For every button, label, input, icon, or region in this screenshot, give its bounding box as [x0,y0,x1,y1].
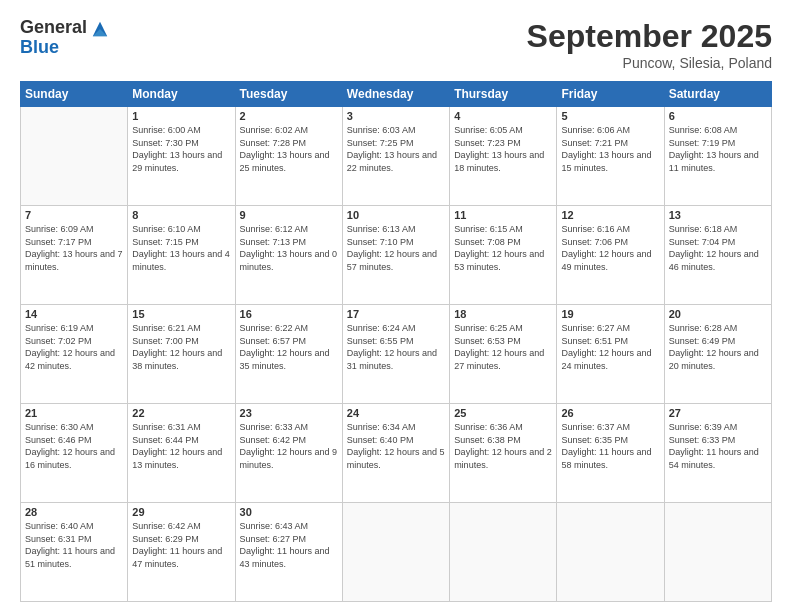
day-number: 10 [347,209,445,221]
calendar-cell [664,503,771,602]
week-row-3: 14Sunrise: 6:19 AMSunset: 7:02 PMDayligh… [21,305,772,404]
calendar-cell: 3Sunrise: 6:03 AMSunset: 7:25 PMDaylight… [342,107,449,206]
day-number: 30 [240,506,338,518]
day-header-monday: Monday [128,82,235,107]
cell-info: Sunrise: 6:42 AMSunset: 6:29 PMDaylight:… [132,520,230,570]
day-number: 28 [25,506,123,518]
cell-info: Sunrise: 6:22 AMSunset: 6:57 PMDaylight:… [240,322,338,372]
calendar-cell: 8Sunrise: 6:10 AMSunset: 7:15 PMDaylight… [128,206,235,305]
calendar-cell: 29Sunrise: 6:42 AMSunset: 6:29 PMDayligh… [128,503,235,602]
day-number: 24 [347,407,445,419]
day-number: 1 [132,110,230,122]
calendar-cell [21,107,128,206]
logo-blue: Blue [20,38,87,58]
calendar-cell: 21Sunrise: 6:30 AMSunset: 6:46 PMDayligh… [21,404,128,503]
calendar-cell: 23Sunrise: 6:33 AMSunset: 6:42 PMDayligh… [235,404,342,503]
day-number: 3 [347,110,445,122]
cell-info: Sunrise: 6:36 AMSunset: 6:38 PMDaylight:… [454,421,552,471]
day-number: 25 [454,407,552,419]
cell-info: Sunrise: 6:33 AMSunset: 6:42 PMDaylight:… [240,421,338,471]
day-header-sunday: Sunday [21,82,128,107]
calendar-cell: 15Sunrise: 6:21 AMSunset: 7:00 PMDayligh… [128,305,235,404]
calendar-cell: 27Sunrise: 6:39 AMSunset: 6:33 PMDayligh… [664,404,771,503]
logo-general: General [20,18,87,38]
cell-info: Sunrise: 6:19 AMSunset: 7:02 PMDaylight:… [25,322,123,372]
cell-info: Sunrise: 6:16 AMSunset: 7:06 PMDaylight:… [561,223,659,273]
cell-info: Sunrise: 6:15 AMSunset: 7:08 PMDaylight:… [454,223,552,273]
day-number: 17 [347,308,445,320]
cell-info: Sunrise: 6:37 AMSunset: 6:35 PMDaylight:… [561,421,659,471]
day-number: 12 [561,209,659,221]
logo: General Blue [20,18,109,58]
page: General Blue September 2025 Puncow, Sile… [0,0,792,612]
day-header-wednesday: Wednesday [342,82,449,107]
day-number: 5 [561,110,659,122]
calendar-cell: 28Sunrise: 6:40 AMSunset: 6:31 PMDayligh… [21,503,128,602]
calendar-cell: 6Sunrise: 6:08 AMSunset: 7:19 PMDaylight… [664,107,771,206]
calendar-cell [557,503,664,602]
day-number: 27 [669,407,767,419]
month-title: September 2025 [527,18,772,55]
calendar-cell: 9Sunrise: 6:12 AMSunset: 7:13 PMDaylight… [235,206,342,305]
day-header-tuesday: Tuesday [235,82,342,107]
day-number: 4 [454,110,552,122]
day-number: 9 [240,209,338,221]
cell-info: Sunrise: 6:12 AMSunset: 7:13 PMDaylight:… [240,223,338,273]
week-row-4: 21Sunrise: 6:30 AMSunset: 6:46 PMDayligh… [21,404,772,503]
day-header-thursday: Thursday [450,82,557,107]
day-number: 8 [132,209,230,221]
logo-icon [91,20,109,38]
day-number: 26 [561,407,659,419]
day-number: 11 [454,209,552,221]
day-number: 18 [454,308,552,320]
calendar-cell: 17Sunrise: 6:24 AMSunset: 6:55 PMDayligh… [342,305,449,404]
cell-info: Sunrise: 6:40 AMSunset: 6:31 PMDaylight:… [25,520,123,570]
week-row-2: 7Sunrise: 6:09 AMSunset: 7:17 PMDaylight… [21,206,772,305]
calendar-cell: 11Sunrise: 6:15 AMSunset: 7:08 PMDayligh… [450,206,557,305]
calendar-cell: 10Sunrise: 6:13 AMSunset: 7:10 PMDayligh… [342,206,449,305]
cell-info: Sunrise: 6:10 AMSunset: 7:15 PMDaylight:… [132,223,230,273]
calendar: SundayMondayTuesdayWednesdayThursdayFrid… [20,81,772,602]
cell-info: Sunrise: 6:21 AMSunset: 7:00 PMDaylight:… [132,322,230,372]
cell-info: Sunrise: 6:09 AMSunset: 7:17 PMDaylight:… [25,223,123,273]
cell-info: Sunrise: 6:30 AMSunset: 6:46 PMDaylight:… [25,421,123,471]
day-number: 2 [240,110,338,122]
day-header-friday: Friday [557,82,664,107]
day-number: 20 [669,308,767,320]
day-number: 19 [561,308,659,320]
cell-info: Sunrise: 6:25 AMSunset: 6:53 PMDaylight:… [454,322,552,372]
cell-info: Sunrise: 6:00 AMSunset: 7:30 PMDaylight:… [132,124,230,174]
calendar-cell [450,503,557,602]
calendar-cell: 14Sunrise: 6:19 AMSunset: 7:02 PMDayligh… [21,305,128,404]
day-number: 6 [669,110,767,122]
location: Puncow, Silesia, Poland [527,55,772,71]
cell-info: Sunrise: 6:18 AMSunset: 7:04 PMDaylight:… [669,223,767,273]
cell-info: Sunrise: 6:43 AMSunset: 6:27 PMDaylight:… [240,520,338,570]
day-number: 22 [132,407,230,419]
cell-info: Sunrise: 6:34 AMSunset: 6:40 PMDaylight:… [347,421,445,471]
cell-info: Sunrise: 6:27 AMSunset: 6:51 PMDaylight:… [561,322,659,372]
day-number: 13 [669,209,767,221]
calendar-cell: 30Sunrise: 6:43 AMSunset: 6:27 PMDayligh… [235,503,342,602]
cell-info: Sunrise: 6:06 AMSunset: 7:21 PMDaylight:… [561,124,659,174]
calendar-cell: 1Sunrise: 6:00 AMSunset: 7:30 PMDaylight… [128,107,235,206]
header: General Blue September 2025 Puncow, Sile… [20,18,772,71]
cell-info: Sunrise: 6:02 AMSunset: 7:28 PMDaylight:… [240,124,338,174]
day-number: 29 [132,506,230,518]
cell-info: Sunrise: 6:39 AMSunset: 6:33 PMDaylight:… [669,421,767,471]
cell-info: Sunrise: 6:08 AMSunset: 7:19 PMDaylight:… [669,124,767,174]
calendar-cell: 12Sunrise: 6:16 AMSunset: 7:06 PMDayligh… [557,206,664,305]
day-header-saturday: Saturday [664,82,771,107]
calendar-cell: 19Sunrise: 6:27 AMSunset: 6:51 PMDayligh… [557,305,664,404]
week-row-5: 28Sunrise: 6:40 AMSunset: 6:31 PMDayligh… [21,503,772,602]
week-row-1: 1Sunrise: 6:00 AMSunset: 7:30 PMDaylight… [21,107,772,206]
logo-text: General Blue [20,18,87,58]
calendar-cell: 20Sunrise: 6:28 AMSunset: 6:49 PMDayligh… [664,305,771,404]
calendar-cell: 16Sunrise: 6:22 AMSunset: 6:57 PMDayligh… [235,305,342,404]
cell-info: Sunrise: 6:24 AMSunset: 6:55 PMDaylight:… [347,322,445,372]
cell-info: Sunrise: 6:28 AMSunset: 6:49 PMDaylight:… [669,322,767,372]
calendar-cell [342,503,449,602]
calendar-cell: 24Sunrise: 6:34 AMSunset: 6:40 PMDayligh… [342,404,449,503]
cell-info: Sunrise: 6:13 AMSunset: 7:10 PMDaylight:… [347,223,445,273]
title-block: September 2025 Puncow, Silesia, Poland [527,18,772,71]
